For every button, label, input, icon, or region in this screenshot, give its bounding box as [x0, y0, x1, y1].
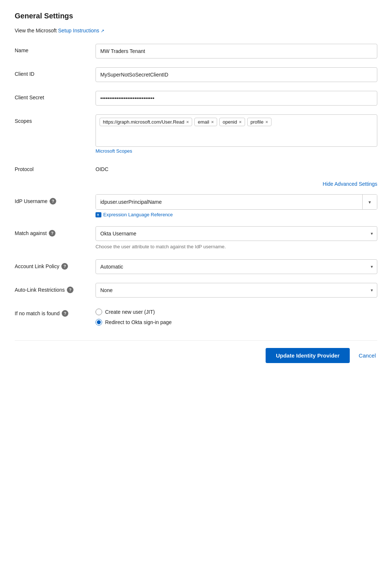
match-against-row: Match against ? Okta Username Email User… — [15, 226, 377, 250]
client-secret-label: Client Secret — [15, 91, 96, 100]
hide-advanced-row: Hide Advanced Settings — [15, 181, 377, 187]
protocol-label: Protocol — [15, 163, 96, 172]
idp-username-dropdown-button[interactable] — [362, 195, 377, 209]
client-id-label: Client ID — [15, 67, 96, 77]
scope-tags: https://graph.microsoft.com/User.Read × … — [100, 118, 373, 126]
if-no-match-label: If no match is found ? — [15, 306, 96, 317]
account-link-policy-label: Account Link Policy ? — [15, 259, 96, 270]
setup-prefix: View the Microsoft — [15, 28, 57, 33]
protocol-value: OIDC — [96, 163, 377, 172]
scope-remove-graph[interactable]: × — [186, 119, 189, 125]
client-id-input[interactable] — [96, 67, 377, 82]
account-link-policy-row: Account Link Policy ? Automatic Disabled… — [15, 259, 377, 274]
scopes-control: https://graph.microsoft.com/User.Read × … — [96, 114, 377, 154]
auto-link-restrictions-help-icon[interactable]: ? — [67, 287, 73, 293]
protocol-row: Protocol OIDC — [15, 163, 377, 172]
idp-username-wrap — [96, 194, 377, 210]
name-control — [96, 44, 377, 58]
scope-tag-profile: profile × — [247, 118, 271, 126]
scope-tag-email: email × — [194, 118, 217, 126]
setup-instructions-row: View the Microsoft Setup Instructions ↗ — [15, 28, 377, 33]
svg-text:M: M — [97, 213, 99, 217]
radio-redirect-input[interactable] — [96, 319, 102, 326]
match-against-select[interactable]: Okta Username Email Username or Email — [96, 226, 377, 241]
external-link-icon: ↗ — [101, 28, 104, 33]
footer-actions: Update Identity Provider Cancel — [15, 340, 377, 363]
scope-remove-email[interactable]: × — [211, 119, 214, 125]
expression-language-reference-link[interactable]: M Expression Language Reference — [96, 212, 377, 217]
chevron-down-icon — [368, 199, 371, 205]
name-label: Name — [15, 44, 96, 53]
idp-username-label: IdP Username ? — [15, 194, 96, 205]
client-secret-row: Client Secret — [15, 91, 377, 106]
auto-link-restrictions-select-wrap: None Any Group Specific Groups — [96, 283, 377, 298]
name-row: Name — [15, 44, 377, 58]
match-against-label: Match against ? — [15, 226, 96, 237]
scope-remove-profile[interactable]: × — [265, 119, 268, 125]
scopes-label: Scopes — [15, 114, 96, 124]
name-input[interactable] — [96, 44, 377, 58]
auto-link-restrictions-select[interactable]: None Any Group Specific Groups — [96, 283, 377, 298]
page-container: General Settings View the Microsoft Setu… — [0, 0, 392, 565]
auto-link-restrictions-row: Auto-Link Restrictions ? None Any Group … — [15, 283, 377, 298]
account-link-policy-select[interactable]: Automatic Disabled Callout — [96, 259, 377, 274]
radio-create-new-user[interactable]: Create new user (JIT) — [96, 309, 377, 315]
if-no-match-row: If no match is found ? Create new user (… — [15, 306, 377, 326]
match-against-control: Okta Username Email Username or Email Ch… — [96, 226, 377, 250]
client-id-control — [96, 67, 377, 82]
scope-tag-openid: openid × — [219, 118, 245, 126]
client-secret-control — [96, 91, 377, 106]
match-against-select-wrap: Okta Username Email Username or Email — [96, 226, 377, 241]
ms-scopes-link[interactable]: Microsoft Scopes — [96, 148, 132, 154]
scopes-row: Scopes https://graph.microsoft.com/User.… — [15, 114, 377, 154]
radio-create-new-input[interactable] — [96, 309, 102, 315]
scope-remove-openid[interactable]: × — [239, 119, 242, 125]
account-link-policy-select-wrap: Automatic Disabled Callout — [96, 259, 377, 274]
auto-link-restrictions-control: None Any Group Specific Groups — [96, 283, 377, 298]
account-link-policy-control: Automatic Disabled Callout — [96, 259, 377, 274]
account-link-policy-help-icon[interactable]: ? — [61, 263, 68, 270]
idp-username-control: M Expression Language Reference — [96, 194, 377, 217]
client-id-row: Client ID — [15, 67, 377, 82]
idp-username-input[interactable] — [96, 195, 362, 209]
protocol-control: OIDC — [96, 163, 377, 172]
match-against-helper: Choose the user attribute to match again… — [96, 243, 377, 250]
scope-tag-graph: https://graph.microsoft.com/User.Read × — [100, 118, 192, 126]
match-against-help-icon[interactable]: ? — [49, 230, 55, 237]
idp-username-row: IdP Username ? M Expression Language Ref… — [15, 194, 377, 217]
scopes-box[interactable]: https://graph.microsoft.com/User.Read × … — [96, 114, 377, 147]
update-identity-provider-button[interactable]: Update Identity Provider — [266, 348, 350, 363]
cancel-button[interactable]: Cancel — [357, 348, 377, 363]
expression-lang-icon: M — [96, 212, 101, 217]
client-secret-input[interactable] — [96, 91, 377, 106]
radio-redirect-okta[interactable]: Redirect to Okta sign-in page — [96, 319, 377, 326]
if-no-match-help-icon[interactable]: ? — [62, 310, 68, 317]
auto-link-restrictions-label: Auto-Link Restrictions ? — [15, 283, 96, 293]
if-no-match-control: Create new user (JIT) Redirect to Okta s… — [96, 306, 377, 326]
page-title: General Settings — [15, 12, 377, 20]
if-no-match-radio-group: Create new user (JIT) Redirect to Okta s… — [96, 306, 377, 326]
hide-advanced-button[interactable]: Hide Advanced Settings — [323, 181, 377, 187]
idp-username-help-icon[interactable]: ? — [50, 198, 56, 205]
setup-instructions-link[interactable]: Setup Instructions ↗ — [58, 28, 104, 33]
